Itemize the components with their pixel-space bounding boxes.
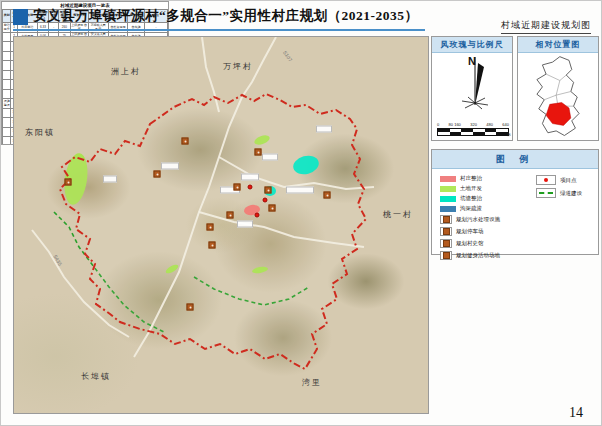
scale-tick: 640 [502, 122, 509, 127]
facility-marker-icon [440, 239, 452, 248]
planned-facility-marker[interactable] [255, 149, 262, 156]
facility-marker-icon [440, 227, 452, 236]
legend-right-column: 项目点绿道建设 [536, 175, 592, 263]
facility-marker-icon [440, 215, 452, 224]
location-panel-title: 相对位置图 [518, 37, 598, 53]
map-area-label: 万坪村 [223, 61, 253, 72]
legend-color-swatch [440, 196, 456, 202]
scale-tick: 80 160 [449, 122, 461, 127]
legend-item-label: 沟渠疏浚 [460, 205, 482, 212]
map-label-chip [286, 187, 314, 194]
project-point-marker[interactable] [263, 198, 268, 203]
project-point-marker[interactable] [255, 213, 260, 218]
scale-tick-labels: 080 160320480640 [437, 122, 509, 127]
planned-facility-marker[interactable] [265, 187, 272, 194]
page-number: 14 [569, 405, 583, 421]
table-cell: 整治提升 [3, 23, 11, 33]
planned-facility-marker[interactable] [227, 212, 234, 219]
legend-item-label: 绿道建设 [560, 190, 582, 197]
planned-facility-marker[interactable] [234, 184, 241, 191]
legend-point-item: 规划污水处理设施 [440, 215, 536, 224]
location-panel: 相对位置图 [517, 36, 599, 141]
map-label-chip [262, 154, 278, 161]
table-header-cell: 类别 [3, 10, 11, 23]
map-drawing [14, 37, 426, 411]
scale-unit-label: 米 [507, 132, 511, 137]
legend-area-item: 村庄整治 [440, 175, 536, 182]
legend-right-item: 绿道建设 [536, 188, 592, 198]
legend-area-item: 土地开发 [440, 185, 536, 192]
map-sheet-name: 村域近期建设规划图 [501, 19, 591, 34]
title-underline [13, 29, 425, 31]
legend-item-label: 项目点 [560, 177, 577, 184]
map-area-label: 东阳镇 [25, 127, 55, 138]
legend-right-item: 项目点 [536, 175, 592, 185]
table-cell [3, 51, 11, 61]
map-label-chip [316, 126, 332, 133]
map-label-chip [103, 176, 117, 183]
table-cell [3, 108, 11, 118]
windrose-panel: 风玫瑰与比例尺 N 080 160320480640 米 [431, 36, 513, 141]
legend-item-label: 规划污水处理设施 [456, 216, 500, 223]
legend-color-swatch [440, 186, 456, 192]
legend-symbol-box [536, 188, 556, 198]
planned-facility-marker[interactable] [207, 224, 214, 231]
legend-left-column: 村庄整治土地开发坑塘整治沟渠疏浚规划污水处理设施规划停车场规划村史馆规划健身活动… [440, 175, 536, 263]
table-cell [3, 80, 11, 90]
village-map-panel[interactable]: 东阳镇洲上村万坪村桃一村长埠镇湾里S107S435 [13, 36, 429, 414]
legend-point-item: 规划村史馆 [440, 239, 536, 248]
map-area-label: 长埠镇 [81, 371, 111, 382]
table-cell [3, 89, 11, 99]
table-cell [3, 70, 11, 80]
planned-facility-marker[interactable] [187, 304, 194, 311]
legend-area-item: 坑塘整治 [440, 195, 536, 202]
legend-item-label: 村庄整治 [460, 175, 482, 182]
legend-item-label: 规划健身活动场地 [456, 252, 500, 259]
table-cell [3, 118, 11, 128]
county-locator-map [518, 53, 598, 141]
legend-item-label: 坑塘整治 [460, 195, 482, 202]
planned-facility-marker[interactable] [154, 171, 161, 178]
legend-item-label: 规划村史馆 [456, 240, 484, 247]
map-label-chip [237, 221, 253, 228]
legend-point-item: 规划健身活动场地 [440, 251, 536, 260]
scale-bar-blocks [437, 128, 509, 136]
table-cell [3, 137, 11, 145]
legend-item-label: 土地开发 [460, 185, 482, 192]
greenway-dash-icon [539, 192, 553, 194]
scale-bar: 080 160320480640 米 [437, 122, 509, 136]
title-accent-square [13, 9, 28, 25]
legend-panel: 图 例 村庄整治土地开发坑塘整治沟渠疏浚规划污水处理设施规划停车场规划村史馆规划… [431, 149, 599, 255]
map-label-chip [161, 163, 179, 170]
legend-color-swatch [440, 206, 456, 212]
scale-tick: 480 [486, 122, 493, 127]
planning-sheet: { "header": { "title": "安义县万埠镇坪源村“多规合一”实… [0, 0, 602, 426]
north-arrow-icon: N [432, 53, 512, 111]
legend-color-swatch [440, 176, 456, 182]
village-boundary [60, 94, 366, 369]
legend-item-label: 规划停车场 [456, 228, 484, 235]
planned-facility-marker[interactable] [65, 179, 72, 186]
planned-facility-marker[interactable] [324, 192, 331, 199]
legend-point-item: 规划停车场 [440, 227, 536, 236]
page-title: 安义县万埠镇坪源村“多规合一”实用性村庄规划（2021-2035） [33, 7, 419, 25]
table-cell [3, 42, 11, 52]
table-cell: 设施建设 [3, 99, 11, 109]
planned-facility-marker[interactable] [269, 205, 276, 212]
planned-facility-marker[interactable] [182, 138, 189, 145]
legend-symbol-box [536, 175, 556, 185]
map-area-label: 湾里 [302, 377, 322, 388]
map-area-label: 洲上村 [111, 66, 141, 77]
table-cell [3, 32, 11, 42]
scale-tick: 0 [437, 122, 439, 127]
map-area-label: 桃一村 [383, 209, 413, 220]
facility-marker-icon [440, 251, 452, 260]
table-cell [3, 61, 11, 71]
project-point-icon [544, 178, 548, 182]
scale-tick: 320 [470, 122, 477, 127]
planned-facility-marker[interactable] [209, 242, 216, 249]
legend-area-item: 沟渠疏浚 [440, 205, 536, 212]
project-point-marker[interactable] [248, 185, 253, 190]
legend-title: 图 例 [432, 150, 598, 169]
map-label-chip [241, 174, 259, 181]
